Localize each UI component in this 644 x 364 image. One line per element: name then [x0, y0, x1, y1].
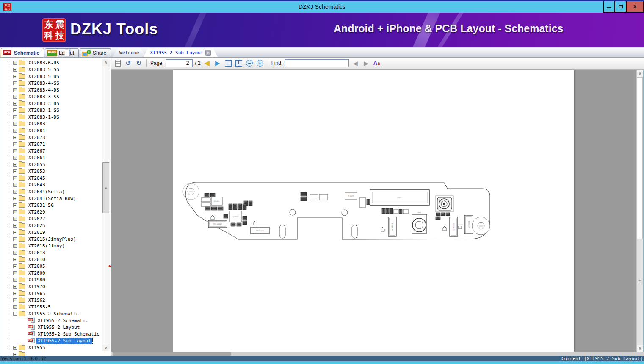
tree-item-label[interactable]: XT2013 [27, 250, 47, 256]
tree-item-label[interactable]: XT1955-2 Schematic [27, 311, 80, 317]
tree-item-label[interactable]: XT2083-1-SS [27, 108, 61, 113]
expand-icon[interactable]: + [13, 278, 17, 282]
tree-item-label[interactable]: XT2083-5-DS [27, 74, 61, 79]
tree-item-label[interactable]: XT1955-2 Sub Schematic [36, 331, 100, 337]
expand-icon[interactable]: + [13, 258, 17, 261]
scroll-down-icon[interactable]: ∨ [102, 345, 110, 351]
tree-item-label[interactable]: XT1962 [27, 297, 47, 303]
tree-item-label[interactable]: XT2083-5-SS [27, 67, 61, 72]
tree-item[interactable]: PDFXT1955-2 Sub Layout [0, 337, 100, 344]
tree-item[interactable]: PDFXT1955-2 Sub Schematic [0, 331, 100, 337]
tree-item[interactable]: +XT2025 [0, 222, 100, 229]
tree-item-label[interactable]: XT2041(Sofia Row) [27, 196, 77, 201]
zoom-out-button[interactable]: − [245, 59, 254, 67]
expand-icon[interactable]: + [13, 129, 17, 133]
tree-item[interactable]: +XT2083-3-SS [0, 93, 100, 100]
expand-icon[interactable]: + [13, 95, 17, 99]
expand-icon[interactable]: + [13, 88, 17, 92]
expand-icon[interactable]: + [13, 237, 17, 241]
tree-item-label[interactable]: XT2083-4-SS [27, 81, 61, 86]
tree-item-label[interactable]: XT2083-1-DS [27, 114, 61, 120]
expand-icon[interactable]: + [13, 75, 17, 78]
find-next-button[interactable]: ▶ [362, 59, 370, 67]
tree-item[interactable]: +XT2083-5-SS [0, 66, 100, 73]
tree-item[interactable]: +XT2073 [0, 134, 100, 141]
tree-item[interactable]: PDFXT1955-2 Layout [0, 324, 100, 331]
rotate-right-button[interactable]: ↻ [135, 59, 143, 67]
find-previous-button[interactable]: ◀ [351, 59, 359, 67]
expand-icon[interactable]: + [13, 210, 17, 214]
tree-item-label[interactable]: XT2061 [27, 155, 47, 161]
tree-item[interactable]: +XT1970 [0, 283, 100, 290]
expand-icon[interactable]: + [13, 176, 17, 180]
tree-item[interactable]: +XT2083-6-DS [0, 59, 100, 66]
expand-icon[interactable]: + [13, 251, 17, 255]
tree-item[interactable]: +XT2083 [0, 120, 100, 127]
expand-icon[interactable]: + [13, 203, 17, 207]
expand-icon[interactable]: + [13, 163, 17, 167]
splitter-collapse-icon[interactable]: ► [108, 264, 111, 268]
expand-icon[interactable]: + [13, 108, 17, 112]
tab-layout[interactable]: PADS Layout [45, 48, 79, 57]
tree-item[interactable]: +XT2015(JimnyPlus) [0, 236, 100, 242]
rotate-left-button[interactable]: ↺ [124, 59, 133, 67]
single-page-button[interactable] [113, 59, 122, 67]
expand-icon[interactable]: + [13, 149, 17, 153]
tree-item[interactable]: +XT2083-1-SS [0, 107, 100, 114]
expand-icon[interactable]: + [13, 183, 17, 187]
tree-item[interactable]: +XT1962 [0, 297, 100, 303]
content-scrollbar-thumb[interactable] [637, 77, 643, 239]
tree-item[interactable]: +XT2005 [0, 263, 100, 270]
tree-item-label[interactable]: XT1965 [27, 291, 47, 296]
tree-item[interactable]: +XT2013 [0, 249, 100, 256]
tree-item[interactable]: +XT2000 [0, 270, 100, 276]
expand-icon[interactable]: + [13, 292, 17, 295]
minimize-button[interactable] [603, 1, 615, 13]
tree-item[interactable]: +XT2041(Sofia Row) [0, 195, 100, 202]
expand-icon[interactable]: + [13, 142, 17, 146]
tree-item[interactable]: +XT2027 [0, 215, 100, 222]
maximize-button[interactable] [614, 1, 627, 13]
tree-item[interactable]: +XT2055 [0, 161, 100, 168]
tree-item-label[interactable]: XT1955-2 Layout [36, 325, 81, 330]
tree-item-label[interactable]: XT1980 [27, 277, 47, 283]
tree-item[interactable]: PDFXT1955-2 Schematic [0, 317, 100, 324]
tree-item[interactable]: +XT2083-5-DS [0, 73, 100, 80]
tree-item-label[interactable]: XT2029 [27, 209, 47, 215]
tree-item[interactable]: +XT1980 [0, 276, 100, 283]
find-input[interactable] [285, 59, 349, 67]
tree-scrollbar[interactable]: ∧ ≡ ∨ [102, 59, 110, 351]
tree-item-label[interactable]: XT2027 [27, 216, 47, 222]
expand-icon[interactable]: + [13, 102, 17, 106]
tree-item-label[interactable]: XT2055 [27, 162, 47, 167]
next-page-button[interactable]: ▶ [213, 59, 222, 67]
tree-item-label[interactable]: XT2083-3-SS [27, 94, 61, 100]
expand-icon[interactable]: + [13, 264, 17, 268]
close-tab-icon[interactable]: × [205, 50, 211, 56]
expand-icon[interactable]: + [13, 271, 17, 275]
tab-share[interactable]: + Share [80, 48, 111, 57]
tree-item-label[interactable]: XT2015(Jimny) [27, 243, 66, 249]
match-case-button[interactable]: Aa [372, 59, 381, 67]
tree-item-label[interactable]: XT2005 [27, 264, 47, 269]
expand-icon[interactable]: + [13, 68, 17, 72]
tree-item-label[interactable]: XT2015(JimnyPlus) [27, 236, 77, 242]
tree-item-label[interactable]: XT2083-4-DS [27, 87, 61, 93]
close-button[interactable]: X [626, 1, 644, 13]
tree-item[interactable]: +XT2083-3-DS [0, 100, 100, 107]
doc-tab-sub-layout[interactable]: XT1955-2 Sub Layout × [143, 48, 218, 57]
expand-icon[interactable]: + [13, 231, 17, 234]
tree-item-label[interactable]: XT2067 [27, 148, 47, 154]
tree-item-label[interactable]: XT2043 [27, 182, 47, 188]
tree-item[interactable]: +XT2083-4-SS [0, 80, 100, 86]
content-horizontal-scrollbar[interactable] [111, 352, 644, 356]
tree-item[interactable]: −XT1955-2 Schematic [0, 310, 100, 317]
pdf-page[interactable]: SNCU1301U3602ANT1301AANT1303R3304J3801SM… [173, 70, 574, 352]
tree-item[interactable]: +XT2081 [0, 127, 100, 134]
tree-item[interactable]: +XT1955-5 [0, 303, 100, 310]
tree-item[interactable]: +XT2083-1-DS [0, 114, 100, 120]
fit-width-button[interactable]: ↔ [224, 59, 232, 67]
tree-item[interactable]: +XT2029 [0, 208, 100, 215]
tree-item-label[interactable]: XT2071 [27, 142, 47, 147]
tree-item-label[interactable]: XT1955-5 [27, 304, 52, 310]
